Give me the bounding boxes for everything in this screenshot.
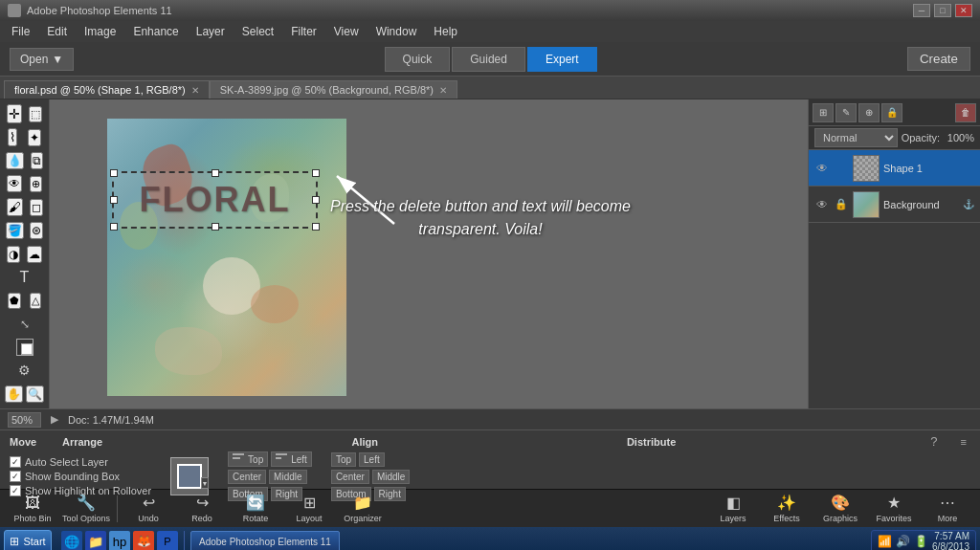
menu-edit[interactable]: Edit	[39, 23, 75, 40]
taskbar-favorites[interactable]: ★ Favorites	[869, 492, 919, 526]
wand-tool[interactable]: ✦	[28, 129, 41, 146]
dist-middle-btn[interactable]: Middle	[372, 470, 410, 484]
start-button[interactable]: ⊞ Start	[4, 530, 52, 550]
brush-tool[interactable]: 🖌	[7, 198, 23, 216]
open-button[interactable]: Open ▼	[10, 48, 74, 71]
start-label: Start	[23, 536, 45, 547]
zoom-in-tool[interactable]: 🔍	[26, 385, 44, 403]
handle-bl[interactable]	[110, 223, 118, 231]
panel-tool-4[interactable]: 🔒	[881, 103, 902, 122]
align-top-btn[interactable]: Top	[228, 451, 268, 467]
taskbar-redo[interactable]: ↪ Redo	[177, 492, 227, 526]
taskbar-graphics[interactable]: 🎨 Graphics	[815, 492, 865, 526]
stamp-tool[interactable]: ⊛	[30, 222, 43, 239]
layer-lock-shape1[interactable]	[834, 161, 849, 176]
arrange-inner	[177, 464, 202, 489]
panel-tool-3[interactable]: ⊕	[858, 103, 880, 122]
handle-tl[interactable]	[110, 169, 118, 177]
tab-ska-close[interactable]: ✕	[439, 85, 447, 96]
redeye-tool[interactable]: 👁	[7, 175, 22, 192]
zoom-input[interactable]	[8, 412, 41, 428]
bounding-box-checkbox[interactable]: ✓	[10, 471, 21, 482]
tab-quick[interactable]: Quick	[385, 47, 451, 72]
time-display: 7:57 AM	[932, 531, 969, 541]
tab-floral[interactable]: floral.psd @ 50% (Shape 1, RGB/8*) ✕	[4, 80, 210, 99]
taskbar-rotate[interactable]: 🔄 Rotate	[231, 492, 280, 526]
menu-enhance[interactable]: Enhance	[125, 23, 186, 40]
win-task-pse[interactable]: Adobe Photoshop Elements 11	[190, 531, 340, 550]
align-left-btn[interactable]: Left	[271, 451, 312, 467]
lasso-tool[interactable]: ⌇	[8, 128, 17, 146]
layer-shape1[interactable]: 👁 Shape 1	[809, 150, 980, 187]
panel-tool-1[interactable]: ⊞	[813, 103, 834, 122]
eraser-tool[interactable]: ◻	[30, 199, 43, 216]
dodge-tool[interactable]: ◑	[7, 246, 20, 263]
menu-help[interactable]: Help	[426, 23, 465, 40]
text-selection-box: FLORAL	[112, 171, 318, 229]
panel-tool-2[interactable]: ✎	[835, 103, 857, 122]
create-button[interactable]: Create	[907, 47, 970, 71]
pse-taskbar-icon[interactable]: P	[157, 531, 178, 550]
menu-select[interactable]: Select	[234, 23, 281, 40]
tab-ska[interactable]: SK-A-3899.jpg @ 50% (Background, RGB/8*)…	[210, 80, 457, 99]
tool-text[interactable]: T	[4, 267, 46, 288]
hp-icon[interactable]: hp	[109, 531, 130, 550]
align-middle-btn[interactable]: Middle	[269, 470, 306, 484]
align-center-btn[interactable]: Center	[228, 470, 266, 484]
foreground-color[interactable]	[16, 339, 33, 356]
custom-shape-tool[interactable]: ⬟	[8, 293, 21, 309]
taskbar-layout[interactable]: ⊞ Layout	[284, 492, 334, 526]
handle-tm[interactable]	[212, 169, 219, 177]
paint-bucket[interactable]: 🪣	[6, 222, 24, 239]
spot-tool[interactable]: ⊕	[30, 176, 42, 192]
dist-left-btn[interactable]: Left	[359, 452, 385, 467]
auto-select-checkbox[interactable]: ✓	[10, 456, 21, 468]
menu-layer[interactable]: Layer	[189, 23, 233, 40]
taskbar-sep	[184, 531, 185, 550]
layer-eye-bg[interactable]: 👁	[814, 197, 830, 212]
winexp-icon[interactable]: 📁	[85, 531, 106, 550]
layer-background[interactable]: 👁 🔒 Background ⚓	[809, 187, 980, 223]
layer-eye-shape1[interactable]: 👁	[814, 161, 830, 176]
tool-transform[interactable]: ⤡	[4, 314, 46, 335]
move-tool[interactable]: ✛	[7, 104, 22, 123]
menu-file[interactable]: File	[4, 23, 37, 40]
menu-view[interactable]: View	[326, 23, 367, 40]
marquee-tool[interactable]: ⬚	[29, 106, 42, 122]
options-bar: Move Arrange Align Distribute ? ≡ ✓ Auto…	[0, 429, 980, 489]
tab-floral-close[interactable]: ✕	[191, 85, 199, 96]
taskbar-effects[interactable]: ✨ Effects	[762, 492, 812, 526]
dist-top-btn[interactable]: Top	[331, 452, 356, 467]
hand-tool[interactable]: ✋	[5, 385, 23, 403]
minimize-button[interactable]: ─	[913, 4, 930, 17]
panel-delete-btn[interactable]: 🗑	[955, 103, 976, 122]
tab-guided[interactable]: Guided	[452, 47, 525, 72]
shape-tool2[interactable]: △	[30, 293, 41, 309]
eyedropper-tool[interactable]: 💧	[6, 152, 24, 169]
menu-window[interactable]: Window	[368, 23, 425, 40]
taskbar-undo[interactable]: ↩ Undo	[123, 492, 173, 526]
menu-image[interactable]: Image	[77, 23, 123, 40]
dist-center-btn[interactable]: Center	[331, 470, 369, 484]
arrange-dropdown[interactable]: ▼	[201, 477, 209, 489]
taskbar-photo-bin[interactable]: 🖼 Photo Bin	[8, 492, 57, 526]
smudge-tool[interactable]: ☁	[27, 246, 42, 263]
ie-icon[interactable]: 🌐	[61, 531, 82, 550]
layer-lock-bg[interactable]: 🔒	[834, 197, 849, 212]
blend-mode-select[interactable]: Normal	[814, 128, 898, 147]
help-icon[interactable]: ?	[930, 434, 937, 449]
close-button[interactable]: ✕	[955, 4, 972, 17]
taskbar-organizer[interactable]: 📁 Organizer	[338, 492, 388, 526]
crop-tool[interactable]: ⧉	[31, 152, 43, 169]
taskbar-more[interactable]: ⋯ More	[923, 492, 972, 526]
handle-bm[interactable]	[212, 223, 219, 231]
menu-filter[interactable]: Filter	[283, 23, 324, 40]
zoom-tool[interactable]: ⚙	[4, 360, 46, 381]
panel-menu-icon[interactable]: ≡	[961, 436, 967, 448]
handle-ml[interactable]	[110, 196, 118, 204]
taskbar-layers[interactable]: ◧ Layers	[708, 492, 758, 526]
maximize-button[interactable]: □	[934, 4, 951, 17]
firefox-icon[interactable]: 🦊	[133, 531, 154, 550]
taskbar-tool-options[interactable]: 🔧 Tool Options	[61, 492, 111, 526]
tab-expert[interactable]: Expert	[527, 47, 597, 72]
